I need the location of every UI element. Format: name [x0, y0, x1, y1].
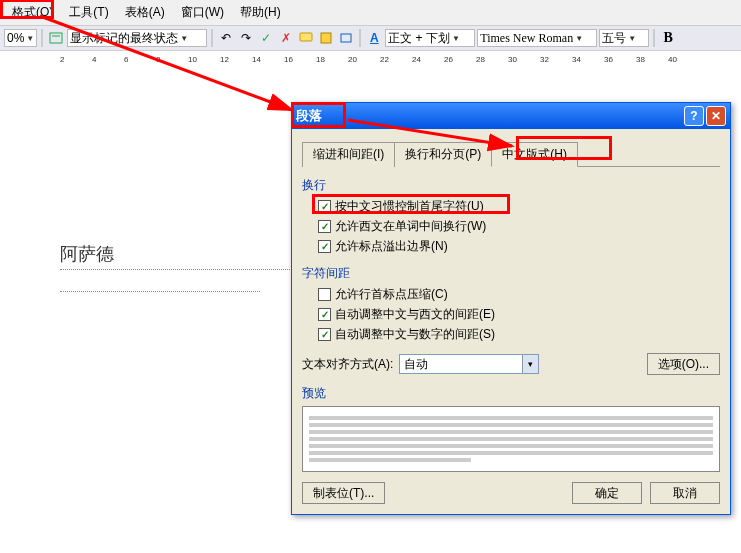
checkbox-row-6[interactable]: 自动调整中文与数字的间距(S)	[318, 326, 720, 343]
toolbar: 0%▼ 显示标记的最终状态▼ ↶ ↷ ✓ ✗ A 正文 + 下划▼ Times …	[0, 25, 741, 51]
dialog-title: 段落	[296, 107, 682, 125]
checkbox-4-label: 允许行首标点压缩(C)	[335, 286, 448, 303]
align-row: 文本对齐方式(A): 自动 ▾ 选项(O)...	[302, 353, 720, 375]
chevron-down-icon: ▼	[452, 34, 460, 43]
document-underline-2	[60, 288, 260, 292]
size-dropdown[interactable]: 五号▼	[599, 29, 649, 47]
zoom-dropdown[interactable]: 0%▼	[4, 29, 37, 47]
ruler-number: 18	[316, 55, 325, 64]
font-value: Times New Roman	[480, 31, 573, 46]
svg-rect-3	[321, 33, 331, 43]
checkbox-6-label: 自动调整中文与数字的间距(S)	[335, 326, 495, 343]
menu-format[interactable]: 格式(O)	[4, 2, 61, 23]
tabs: 缩进和间距(I) 换行和分页(P) 中文版式(H)	[302, 141, 720, 167]
document-text: 阿萨德	[60, 242, 114, 266]
accept-icon[interactable]: ✓	[257, 29, 275, 47]
svg-rect-2	[300, 33, 312, 41]
section-wrap-title: 换行	[302, 177, 720, 194]
ruler-number: 10	[188, 55, 197, 64]
dialog-footer: 制表位(T)... 确定 取消	[302, 482, 720, 504]
align-dropdown[interactable]: 自动 ▾	[399, 354, 539, 374]
ruler-number: 4	[92, 55, 96, 64]
tab-wrap[interactable]: 换行和分页(P)	[394, 142, 492, 167]
reject-icon[interactable]: ✗	[277, 29, 295, 47]
checkbox-2-label: 允许西文在单词中间换行(W)	[335, 218, 486, 235]
ruler-number: 22	[380, 55, 389, 64]
checkbox-3[interactable]	[318, 240, 331, 253]
ruler-number: 30	[508, 55, 517, 64]
checkbox-row-5[interactable]: 自动调整中文与西文的间距(E)	[318, 306, 720, 323]
ruler-number: 14	[252, 55, 261, 64]
section-char-title: 字符间距	[302, 265, 720, 282]
chevron-down-icon: ▼	[180, 34, 188, 43]
ruler-number: 20	[348, 55, 357, 64]
ruler-number: 2	[60, 55, 64, 64]
checkbox-2[interactable]	[318, 220, 331, 233]
highlight-icon[interactable]	[317, 29, 335, 47]
menu-help[interactable]: 帮助(H)	[232, 2, 289, 23]
ruler-number: 6	[124, 55, 128, 64]
tabstops-button[interactable]: 制表位(T)...	[302, 482, 385, 504]
font-style-icon[interactable]: A	[365, 29, 383, 47]
ruler-number: 40	[668, 55, 677, 64]
checkbox-1[interactable]	[318, 200, 331, 213]
ruler-number: 24	[412, 55, 421, 64]
redo-icon[interactable]: ↷	[237, 29, 255, 47]
ruler-number: 32	[540, 55, 549, 64]
menu-table[interactable]: 表格(A)	[117, 2, 173, 23]
dialog-titlebar[interactable]: 段落 ? ✕	[292, 103, 730, 129]
ruler-number: 36	[604, 55, 613, 64]
menu-window[interactable]: 窗口(W)	[173, 2, 232, 23]
svg-rect-4	[341, 34, 351, 42]
style-value: 正文 + 下划	[388, 30, 450, 47]
markup-value: 显示标记的最终状态	[70, 30, 178, 47]
nav-icon[interactable]	[337, 29, 355, 47]
ruler-number: 28	[476, 55, 485, 64]
menubar: 格式(O) 工具(T) 表格(A) 窗口(W) 帮助(H)	[0, 0, 741, 25]
checkbox-6[interactable]	[318, 328, 331, 341]
align-label: 文本对齐方式(A):	[302, 356, 393, 373]
ruler-number: 12	[220, 55, 229, 64]
preview-box	[302, 406, 720, 472]
chevron-down-icon: ▼	[628, 34, 636, 43]
chevron-down-icon: ▾	[522, 355, 538, 373]
menu-tools[interactable]: 工具(T)	[61, 2, 116, 23]
ruler-number: 8	[156, 55, 160, 64]
comment-icon[interactable]	[297, 29, 315, 47]
paragraph-dialog: 段落 ? ✕ 缩进和间距(I) 换行和分页(P) 中文版式(H) 换行 按中文习…	[291, 102, 731, 515]
ok-button[interactable]: 确定	[572, 482, 642, 504]
ruler-number: 26	[444, 55, 453, 64]
font-dropdown[interactable]: Times New Roman▼	[477, 29, 597, 47]
help-button[interactable]: ?	[684, 106, 704, 126]
ruler-number: 16	[284, 55, 293, 64]
checkbox-row-4[interactable]: 允许行首标点压缩(C)	[318, 286, 720, 303]
svg-rect-0	[50, 33, 62, 43]
markup-dropdown[interactable]: 显示标记的最终状态▼	[67, 29, 207, 47]
ruler-number: 38	[636, 55, 645, 64]
undo-icon[interactable]: ↶	[217, 29, 235, 47]
chevron-down-icon: ▼	[575, 34, 583, 43]
tab-indent[interactable]: 缩进和间距(I)	[302, 142, 395, 167]
tab-asian[interactable]: 中文版式(H)	[491, 142, 578, 167]
zoom-value: 0%	[7, 31, 24, 45]
style-dropdown[interactable]: 正文 + 下划▼	[385, 29, 475, 47]
cancel-button[interactable]: 取消	[650, 482, 720, 504]
checkbox-row-2[interactable]: 允许西文在单词中间换行(W)	[318, 218, 720, 235]
section-preview-title: 预览	[302, 385, 720, 402]
checkbox-row-1[interactable]: 按中文习惯控制首尾字符(U)	[318, 198, 720, 215]
align-value: 自动	[400, 356, 522, 373]
checkbox-1-label: 按中文习惯控制首尾字符(U)	[335, 198, 484, 215]
chevron-down-icon: ▼	[26, 34, 34, 43]
checkbox-4[interactable]	[318, 288, 331, 301]
size-value: 五号	[602, 30, 626, 47]
checkbox-5[interactable]	[318, 308, 331, 321]
checkbox-row-3[interactable]: 允许标点溢出边界(N)	[318, 238, 720, 255]
ruler-number: 34	[572, 55, 581, 64]
checkbox-5-label: 自动调整中文与西文的间距(E)	[335, 306, 495, 323]
close-button[interactable]: ✕	[706, 106, 726, 126]
checkbox-3-label: 允许标点溢出边界(N)	[335, 238, 448, 255]
bold-button[interactable]: B	[659, 29, 677, 47]
options-button[interactable]: 选项(O)...	[647, 353, 720, 375]
read-icon[interactable]	[47, 29, 65, 47]
